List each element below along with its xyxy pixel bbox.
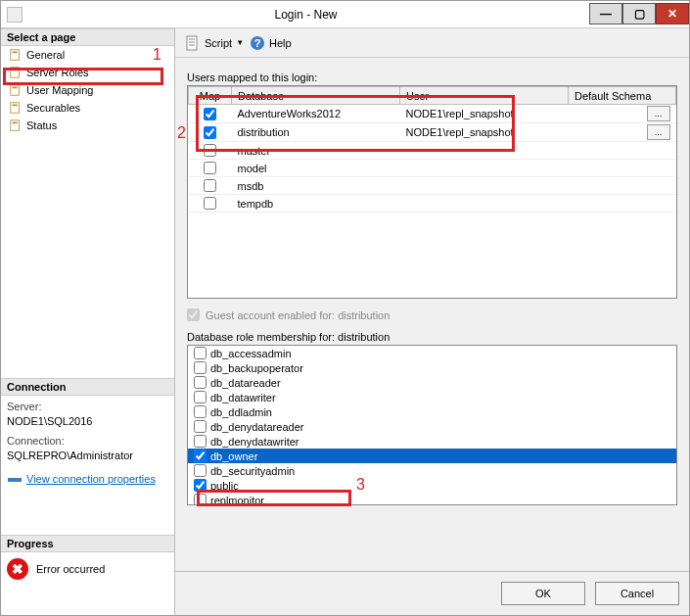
schema-ellipsis-button[interactable]: ... [647, 124, 670, 140]
sidebar-page-item[interactable]: General [1, 46, 174, 64]
map-checkbox[interactable] [204, 108, 216, 120]
cell-schema: ... [569, 123, 676, 142]
role-list[interactable]: db_accessadmindb_backupoperatordb_datare… [187, 345, 677, 505]
role-checkbox[interactable] [194, 391, 207, 403]
role-label: db_owner [210, 450, 257, 462]
role-checkbox[interactable] [194, 376, 207, 389]
table-row[interactable]: master [189, 142, 676, 160]
svg-rect-4 [11, 85, 20, 96]
role-item[interactable]: db_accessadmin [188, 346, 676, 360]
table-row[interactable]: tempdb [189, 195, 676, 213]
table-row[interactable]: AdventureWorks2012NODE1\repl_snapshot... [189, 105, 676, 123]
cell-schema [569, 160, 676, 177]
guest-label: Guest account enabled for: distribution [206, 309, 390, 321]
svg-text:?: ? [254, 37, 261, 49]
cell-user: NODE1\repl_snapshot [400, 105, 569, 123]
role-item[interactable]: db_datawriter [188, 390, 676, 404]
script-button[interactable]: Script ▼ [185, 35, 244, 51]
role-item[interactable]: db_ddladmin [188, 404, 676, 419]
role-checkbox[interactable] [194, 479, 207, 492]
cell-user [400, 195, 569, 213]
map-checkbox[interactable] [204, 197, 216, 210]
cell-user [400, 142, 569, 160]
col-database[interactable]: Database [232, 87, 400, 105]
help-label: Help [269, 37, 292, 49]
role-item[interactable]: replmonitor [188, 493, 676, 505]
view-connection-properties-link[interactable]: View connection properties [7, 472, 156, 488]
window: Login - New — ▢ ✕ Select a page GeneralS… [0, 0, 690, 616]
role-item[interactable]: db_denydatareader [188, 419, 676, 434]
role-checkbox[interactable] [194, 347, 207, 359]
map-checkbox[interactable] [204, 162, 216, 174]
sidebar-page-item[interactable]: Server Roles [1, 64, 174, 81]
col-schema[interactable]: Default Schema [569, 87, 676, 105]
role-item[interactable]: db_datareader [188, 375, 676, 390]
map-checkbox[interactable] [204, 126, 216, 139]
role-item[interactable]: db_owner [188, 449, 676, 463]
cell-schema [569, 195, 676, 213]
connection-value: SQLREPRO\Administrator [7, 449, 168, 463]
role-checkbox[interactable] [194, 420, 207, 433]
role-item[interactable]: public [188, 478, 676, 493]
role-label: public [210, 480, 239, 492]
right-panel: Script ▼ ? Help Users mapped to this log… [175, 28, 689, 615]
cell-database: master [232, 142, 400, 160]
users-mapped-label: Users mapped to this login: [187, 71, 677, 83]
map-checkbox[interactable] [204, 144, 216, 157]
help-button[interactable]: ? Help [250, 35, 292, 51]
role-checkbox[interactable] [194, 405, 207, 418]
left-panel: Select a page GeneralServer RolesUser Ma… [1, 28, 175, 615]
table-row[interactable]: model [189, 160, 676, 177]
connection-header: Connection [1, 378, 174, 396]
sidebar-page-item[interactable]: Securables [1, 99, 174, 117]
table-row[interactable]: distributionNODE1\repl_snapshot... [189, 123, 676, 142]
role-label: db_accessadmin [210, 348, 292, 359]
cell-database: AdventureWorks2012 [232, 105, 400, 123]
map-checkbox[interactable] [204, 179, 216, 192]
help-icon: ? [250, 35, 265, 51]
minimize-button[interactable]: — [589, 3, 622, 24]
role-item[interactable]: db_securityadmin [188, 463, 676, 478]
svg-rect-1 [13, 52, 18, 54]
svg-point-11 [8, 478, 12, 482]
progress-block: ✖ Error occurred [1, 552, 174, 586]
svg-rect-9 [13, 122, 18, 124]
role-checkbox[interactable] [194, 494, 207, 505]
role-checkbox[interactable] [194, 464, 207, 477]
ok-button[interactable]: OK [501, 582, 585, 605]
sidebar-page-label: Server Roles [26, 67, 89, 78]
guest-checkbox [187, 308, 200, 321]
sidebar-page-item[interactable]: Status [1, 117, 174, 134]
footer: OK Cancel [175, 571, 689, 615]
role-item[interactable]: db_backupoperator [188, 360, 676, 375]
progress-text: Error occurred [36, 563, 105, 575]
role-label: db_ddladmin [210, 406, 272, 418]
role-checkbox[interactable] [194, 435, 207, 448]
users-mapped-grid[interactable]: Map Database User Default Schema Adventu… [187, 85, 677, 299]
sidebar-page-item[interactable]: User Mapping [1, 81, 174, 99]
col-user[interactable]: User [400, 87, 569, 105]
script-icon [185, 35, 201, 51]
close-button[interactable]: ✕ [656, 3, 689, 24]
table-row[interactable]: msdb [189, 177, 676, 195]
role-label: db_backupoperator [210, 362, 303, 374]
col-map[interactable]: Map [189, 87, 232, 105]
cell-schema: ... [569, 105, 676, 123]
role-checkbox[interactable] [194, 361, 207, 374]
svg-rect-8 [11, 120, 20, 131]
view-connection-properties-label: View connection properties [26, 472, 156, 487]
cell-schema [569, 142, 676, 160]
svg-rect-5 [13, 87, 18, 89]
cell-database: tempdb [232, 195, 400, 213]
svg-rect-2 [11, 68, 20, 78]
role-item[interactable]: db_denydatawriter [188, 434, 676, 449]
chevron-down-icon: ▼ [236, 38, 244, 47]
cancel-button[interactable]: Cancel [595, 582, 679, 605]
role-label: db_securityadmin [210, 465, 295, 477]
cell-database: distribution [232, 123, 400, 142]
role-checkbox[interactable] [194, 450, 207, 462]
schema-ellipsis-button[interactable]: ... [647, 106, 670, 121]
role-label: db_datawriter [210, 392, 276, 403]
window-icon [7, 7, 23, 23]
maximize-button[interactable]: ▢ [622, 3, 656, 24]
